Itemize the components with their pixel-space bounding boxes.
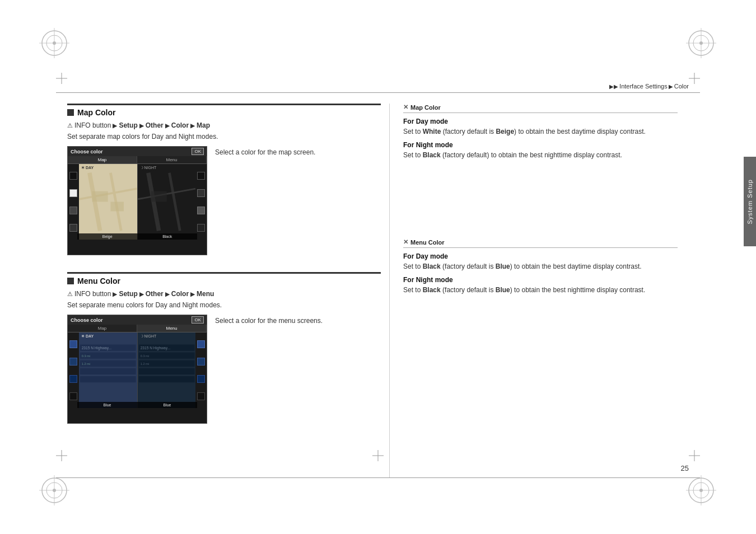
right-menu-night-bold-1: Black — [423, 286, 441, 294]
breadcrumb-part1: Interface Settings — [619, 83, 668, 90]
right-map-day-desc-3: ) to obtain the best daytime display con… — [514, 128, 646, 135]
menu-btn-3[interactable] — [69, 375, 77, 383]
right-menu-night-bold-2: Blue — [496, 286, 510, 294]
right-map-night-title: For Night mode — [403, 141, 678, 149]
vertical-divider — [389, 104, 390, 478]
right-menu-night-desc-2: (factory default is — [441, 286, 496, 294]
page-number: 25 — [681, 464, 689, 472]
right-map-x-icon: ✕ — [403, 104, 408, 111]
menu-screen-topbar: Choose color OK — [68, 315, 207, 325]
right-menu-day-bold-1: Black — [423, 263, 441, 270]
breadcrumb-separator2: ▶ — [669, 83, 673, 90]
menu-btn-2[interactable] — [69, 358, 77, 366]
header-rule — [56, 92, 700, 93]
map-btn-2[interactable] — [69, 189, 77, 197]
menu-screen-tabs: Map Menu — [68, 325, 207, 332]
menu-day-color-label: Blue — [103, 403, 111, 407]
right-map-night-desc-2: (factory default) to obtain the best nig… — [441, 151, 622, 159]
map-color-screen-container: Choose color OK Map Menu — [67, 146, 381, 255]
menu-rbtn-2[interactable] — [197, 358, 205, 366]
right-menu-day-bold-2: Blue — [496, 263, 510, 270]
right-menu-day-title: For Day mode — [403, 252, 678, 260]
map-btn-1[interactable] — [69, 172, 77, 180]
menu-btn-1[interactable] — [69, 340, 77, 348]
menu-nav-arrow-2: ▶ — [139, 291, 144, 297]
nav-arrow-4: ▶ — [190, 123, 195, 129]
menu-rbtn-4[interactable] — [197, 392, 205, 400]
menu-color-square-icon — [67, 278, 74, 284]
menu-right-btns — [195, 332, 207, 408]
breadcrumb-separator1: ▶▶ — [609, 83, 618, 90]
nav-arrow-2: ▶ — [139, 123, 144, 129]
menu-btn-4[interactable] — [69, 392, 77, 400]
map-ok-button[interactable]: OK — [192, 148, 204, 155]
menu-select-caption: Select a color for the menu screens. — [215, 315, 381, 325]
map-rbtn-3[interactable] — [197, 207, 205, 214]
menu-nav-arrow-4: ▶ — [190, 291, 195, 297]
right-map-day-title: For Day mode — [403, 118, 678, 125]
map-left-btns — [68, 164, 79, 240]
menu-night-color-label: Blue — [163, 403, 171, 407]
right-menu-day-desc-3: ) to obtain the best daytime display con… — [510, 263, 642, 270]
menu-rbtn-3[interactable] — [197, 375, 205, 383]
menu-day-label: ✶ DAY — [81, 334, 94, 339]
nav-arrow-1: ▶ — [113, 123, 117, 129]
right-map-day-bold-1: White — [423, 128, 441, 135]
right-map-night-desc: Set to Black (factory default) to obtain… — [403, 150, 678, 160]
menu-rbtn-1[interactable] — [197, 340, 205, 348]
crosshair-top-left — [56, 73, 67, 84]
svg-rect-34 — [110, 202, 124, 212]
map-screen-topbar: Choose color OK — [68, 147, 207, 156]
corner-top-right — [686, 28, 717, 59]
right-map-night-desc-1: Set to — [403, 151, 423, 159]
crosshair-bottom-left — [56, 450, 67, 461]
map-rbtn-1[interactable] — [197, 172, 205, 180]
svg-rect-50 — [138, 368, 194, 374]
menu-nav-arrow-1: ▶ — [113, 291, 117, 297]
nav-setup: Setup — [119, 121, 137, 129]
right-menu-night-desc-1: Set to — [403, 286, 423, 294]
map-choose-color-label: Choose color — [71, 149, 103, 154]
right-menu-heading: ✕ Menu Color — [403, 238, 678, 248]
right-map-day-bold-2: Beige — [496, 128, 514, 135]
svg-text:2315 N Highway...: 2315 N Highway... — [140, 346, 170, 350]
left-column: Map Color ⚠ INFO button ▶ Setup ▶ Other … — [67, 104, 381, 441]
map-night-label: ☽ NIGHT — [140, 166, 157, 170]
right-menu-x-icon: ✕ — [403, 238, 408, 246]
map-tab-map[interactable]: Map — [68, 156, 137, 163]
right-map-day-block: For Day mode Set to White (factory defau… — [403, 118, 678, 137]
menu-nav-menu: Menu — [197, 290, 214, 298]
menu-tab-map[interactable]: Map — [68, 325, 137, 332]
menu-tab-menu[interactable]: Menu — [137, 325, 207, 332]
info-icon: ⚠ — [67, 122, 73, 129]
map-day-color-label: Beige — [102, 235, 113, 238]
right-menu-night-desc: Set to Black (factory default is Blue) t… — [403, 285, 678, 295]
corner-bottom-right — [686, 475, 717, 506]
map-tab-menu[interactable]: Menu — [137, 156, 207, 163]
right-menu-night-desc-3: ) to obtain the best nighttime display c… — [510, 286, 645, 294]
menu-night-panel: 2315 N Highway... 0.3 mi 1.2 mi ☽ NIGHT — [138, 332, 196, 408]
map-btn-3[interactable] — [69, 207, 77, 214]
menu-color-title: Menu Color — [77, 277, 120, 285]
crosshair-bottom-center — [372, 450, 384, 461]
map-right-btns — [195, 164, 207, 240]
svg-rect-42 — [80, 368, 136, 374]
menu-nav-other: Other — [146, 290, 164, 298]
right-map-title: Map Color — [410, 104, 441, 111]
nav-other: Other — [146, 121, 164, 129]
svg-text:0.3 mi: 0.3 mi — [140, 354, 148, 358]
svg-point-14 — [53, 489, 56, 492]
map-rbtn-4[interactable] — [197, 224, 205, 232]
map-color-screen: Choose color OK Map Menu — [67, 146, 207, 255]
breadcrumb-part2: Color — [674, 83, 689, 90]
menu-left-btns — [68, 332, 79, 408]
menu-nav-arrow-3: ▶ — [165, 291, 170, 297]
map-rbtn-2[interactable] — [197, 189, 205, 197]
corner-top-left — [39, 28, 70, 59]
menu-ok-button[interactable]: OK — [192, 316, 204, 324]
map-select-caption: Select a color for the map screen. — [215, 146, 381, 156]
map-btn-4[interactable] — [69, 224, 77, 232]
svg-rect-43 — [80, 376, 136, 382]
menu-color-screen-container: Choose color OK Map Menu — [67, 315, 381, 424]
right-menu-night-block: For Night mode Set to Black (factory def… — [403, 276, 678, 295]
